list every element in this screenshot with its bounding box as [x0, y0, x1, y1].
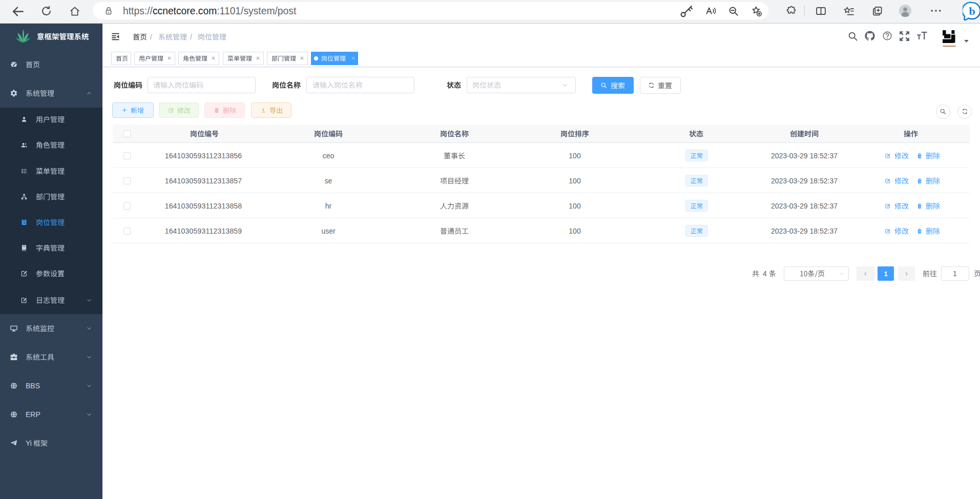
svg-text:b: b	[969, 5, 975, 17]
